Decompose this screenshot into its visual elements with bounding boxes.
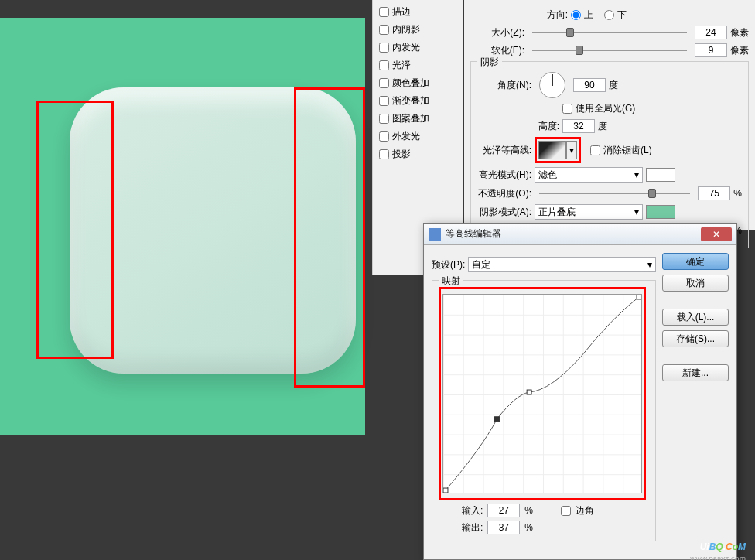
dialog-titlebar[interactable]: 等高线编辑器 ✕ bbox=[424, 224, 736, 245]
input-label: 输入: bbox=[462, 504, 483, 517]
checkbox[interactable] bbox=[379, 114, 389, 124]
label: 渐变叠加 bbox=[392, 94, 429, 108]
soften-slider[interactable] bbox=[532, 44, 687, 56]
curve-path bbox=[443, 295, 641, 493]
shadow-group-label: 阴影 bbox=[477, 56, 502, 69]
highlight-mode-label: 高光模式(H): bbox=[477, 169, 531, 182]
label: 投影 bbox=[392, 148, 411, 161]
effect-inner-shadow[interactable]: 内阴影 bbox=[378, 21, 458, 39]
effect-drop-shadow[interactable]: 投影 bbox=[378, 145, 458, 163]
save-button[interactable]: 存储(S)... bbox=[662, 330, 729, 347]
h-opacity-label: 不透明度(O): bbox=[477, 187, 531, 200]
size-slider[interactable] bbox=[532, 26, 687, 39]
canvas-area bbox=[0, 18, 365, 435]
antialias-checkbox[interactable] bbox=[590, 145, 600, 155]
corner-label: 边角 bbox=[576, 504, 594, 517]
new-button[interactable]: 新建... bbox=[662, 364, 729, 381]
svg-rect-0 bbox=[443, 488, 448, 493]
antialias-label: 消除锯齿(L) bbox=[603, 144, 652, 157]
global-light-checkbox[interactable] bbox=[562, 104, 572, 114]
shadow-mode-select[interactable]: 正片叠底 bbox=[535, 204, 643, 220]
checkbox[interactable] bbox=[379, 131, 389, 142]
dialog-title: 等高线编辑器 bbox=[446, 227, 501, 241]
deg-label: 度 bbox=[598, 120, 607, 133]
h-opacity-value[interactable]: 75 bbox=[698, 186, 730, 200]
effect-stroke[interactable]: 描边 bbox=[378, 3, 458, 21]
pct-label: % bbox=[524, 505, 533, 516]
effect-gradient-overlay[interactable]: 渐变叠加 bbox=[378, 92, 458, 110]
label: 内发光 bbox=[392, 41, 420, 54]
watermark-url: www.psayz.com bbox=[690, 555, 746, 560]
size-label: 大小(Z): bbox=[470, 26, 524, 39]
checkbox[interactable] bbox=[379, 149, 389, 159]
size-value[interactable]: 24 bbox=[695, 26, 727, 39]
deg-label: 度 bbox=[609, 79, 618, 92]
up-label: 上 bbox=[584, 9, 593, 22]
checkbox[interactable] bbox=[379, 96, 389, 106]
effect-outer-glow[interactable]: 外发光 bbox=[378, 128, 458, 145]
down-label: 下 bbox=[617, 9, 627, 22]
checkbox[interactable] bbox=[379, 60, 389, 70]
effect-pattern-overlay[interactable]: 图案叠加 bbox=[378, 110, 458, 128]
altitude-label: 高度: bbox=[521, 120, 559, 133]
checkbox[interactable] bbox=[379, 43, 389, 53]
checkbox[interactable] bbox=[379, 78, 389, 88]
angle-value[interactable]: 90 bbox=[573, 78, 606, 92]
svg-rect-1 bbox=[494, 417, 499, 422]
direction-label: 方向: bbox=[514, 9, 568, 22]
output-label: 输出: bbox=[462, 521, 483, 534]
mapping-fieldset: 映射 输入: 27 bbox=[432, 280, 656, 541]
direction-up-radio[interactable] bbox=[571, 10, 581, 20]
angle-label: 角度(N): bbox=[477, 79, 531, 92]
h-opacity-slider[interactable] bbox=[539, 187, 690, 200]
label: 描边 bbox=[392, 5, 411, 19]
corner-checkbox[interactable] bbox=[561, 506, 571, 516]
gloss-contour-label: 光泽等高线: bbox=[477, 144, 531, 157]
px-label: 像素 bbox=[730, 26, 749, 39]
soften-label: 软化(E): bbox=[470, 44, 524, 57]
contour-dropdown-arrow[interactable]: ▾ bbox=[566, 141, 577, 159]
checkbox[interactable] bbox=[379, 25, 389, 35]
effect-color-overlay[interactable]: 颜色叠加 bbox=[378, 74, 458, 92]
highlight-color-swatch[interactable] bbox=[646, 168, 675, 182]
ok-button[interactable]: 确定 bbox=[662, 253, 729, 270]
cancel-button[interactable]: 取消 bbox=[662, 275, 729, 292]
highlight-mode-select[interactable]: 滤色 bbox=[535, 167, 643, 183]
watermark: UiBQ.CoM bbox=[700, 538, 746, 554]
pct-label: % bbox=[733, 188, 742, 199]
mapping-label: 映射 bbox=[439, 275, 463, 288]
pct-label: % bbox=[524, 522, 533, 533]
px-label: 像素 bbox=[730, 44, 749, 57]
global-light-label: 使用全局光(G) bbox=[576, 102, 635, 115]
load-button[interactable]: 载入(L)... bbox=[662, 309, 729, 326]
direction-down-radio[interactable] bbox=[604, 10, 614, 20]
effect-satin[interactable]: 光泽 bbox=[378, 56, 458, 74]
svg-rect-3 bbox=[637, 295, 641, 299]
soften-value[interactable]: 9 bbox=[695, 43, 727, 57]
app-icon bbox=[429, 228, 441, 241]
contour-editor-dialog: 等高线编辑器 ✕ 预设(P): 自定 映射 bbox=[423, 223, 737, 560]
preset-label: 预设(P): bbox=[432, 258, 465, 271]
altitude-value[interactable]: 32 bbox=[562, 119, 595, 133]
preset-select[interactable]: 自定 bbox=[468, 257, 656, 272]
label: 内阴影 bbox=[392, 23, 420, 36]
effect-inner-glow[interactable]: 内发光 bbox=[378, 39, 458, 56]
svg-rect-2 bbox=[527, 390, 531, 394]
label: 图案叠加 bbox=[392, 112, 429, 125]
annotation-right bbox=[294, 87, 365, 388]
label: 颜色叠加 bbox=[392, 77, 429, 90]
input-value[interactable]: 27 bbox=[487, 504, 520, 517]
checkbox[interactable] bbox=[379, 7, 389, 17]
curve-editor[interactable] bbox=[442, 294, 642, 493]
output-value[interactable]: 37 bbox=[487, 521, 520, 534]
contour-swatch[interactable] bbox=[538, 141, 566, 159]
shadow-fieldset: 阴影 角度(N): 90 度 使用全局光(G) 高度: 32 度 光泽等高线: … bbox=[470, 61, 749, 248]
shadow-color-swatch[interactable] bbox=[646, 205, 675, 219]
close-button[interactable]: ✕ bbox=[701, 227, 732, 241]
shadow-mode-label: 阴影模式(A): bbox=[477, 206, 531, 219]
annotation-left bbox=[36, 101, 114, 359]
label: 光泽 bbox=[392, 59, 411, 72]
structure-panel: 方向: 上 下 大小(Z): 24 像素 软化(E): 9 像素 阴影 角度(N… bbox=[464, 0, 755, 230]
label: 外发光 bbox=[392, 130, 420, 143]
angle-dial[interactable] bbox=[539, 72, 565, 98]
